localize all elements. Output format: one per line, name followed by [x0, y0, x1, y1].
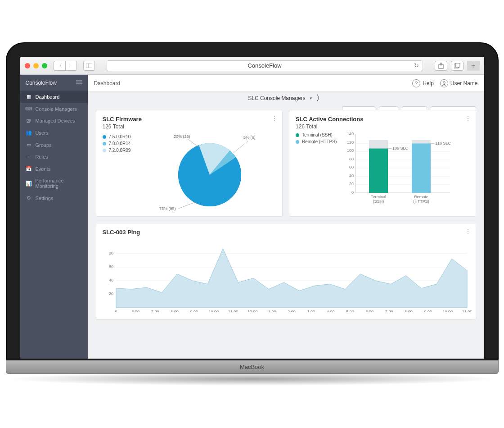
legend-label: 7.8.0.0R14 — [109, 141, 131, 146]
svg-text:6:00: 6:00 — [365, 310, 374, 312]
top-bar: Dashboard ? Help User Name — [88, 75, 484, 92]
sidebar-item-label: Events — [36, 166, 51, 172]
new-tab-button[interactable]: + — [467, 61, 480, 71]
panel-connections: ⋮ SLC Active Connections 126 Total Termi… — [289, 110, 476, 217]
svg-text:100: 100 — [347, 148, 354, 153]
address-bar[interactable]: ConsoleFlow ↻ — [107, 60, 423, 71]
device-label: MacBook — [240, 364, 264, 370]
tabs-icon[interactable] — [451, 61, 464, 71]
svg-text:(SSH): (SSH) — [373, 199, 384, 204]
legend-label: 7.2.0.0R09 — [109, 148, 131, 153]
panel-subtitle: 126 Total — [296, 123, 469, 130]
svg-text:40: 40 — [108, 278, 113, 282]
sidebar-item-rules[interactable]: ≡Rules — [20, 151, 88, 163]
svg-rect-5 — [455, 63, 460, 67]
svg-text:140: 140 — [347, 132, 354, 136]
svg-line-12 — [233, 141, 248, 153]
svg-rect-31 — [369, 149, 388, 193]
svg-text:80: 80 — [349, 157, 354, 161]
panel-ping: ⋮ SLC-003 Ping 20 40 60 80 — [96, 223, 476, 320]
sidebar-item-groups[interactable]: ▭Groups — [20, 139, 88, 151]
legend-item: Remote (HTTPS) — [296, 139, 337, 144]
svg-text:8:00: 8:00 — [171, 310, 179, 312]
sidebar-item-users[interactable]: 👥Users — [20, 127, 88, 139]
window-close-icon[interactable] — [25, 63, 30, 68]
slice-label-b: 20% (25) — [174, 134, 190, 139]
sidebar-toggle-button[interactable] — [83, 61, 95, 71]
svg-line-11 — [187, 139, 200, 148]
sidebar-item-managed-devices[interactable]: 🖳Managed Devices — [20, 115, 88, 127]
svg-text:3:00: 3:00 — [307, 310, 315, 312]
breadcrumb: Dashboard — [94, 80, 121, 87]
legend-swatch — [103, 135, 106, 139]
sidebar-item-settings[interactable]: ⚙Settings — [20, 192, 88, 204]
help-icon: ? — [412, 79, 420, 87]
bar-label-a: 106 SLC — [392, 146, 409, 150]
sidebar-item-label: Rules — [36, 154, 48, 159]
svg-text:80: 80 — [108, 251, 113, 255]
dropdown-caret-icon: ▼ — [309, 96, 313, 100]
user-menu[interactable]: User Name — [440, 79, 478, 87]
user-label: User Name — [450, 80, 478, 87]
sidebar-item-events[interactable]: 📅Events — [20, 163, 88, 175]
panel-menu-icon[interactable]: ⋮ — [465, 228, 471, 235]
svg-text:11:00: 11:00 — [462, 310, 471, 312]
sidebar-item-performance-monitoring[interactable]: 📊Performance Monitoring — [20, 175, 88, 192]
panel-menu-icon[interactable]: ⋮ — [271, 115, 278, 122]
help-label: Help — [423, 80, 434, 87]
svg-text:9:00: 9:00 — [424, 310, 432, 312]
sidebar-item-console-managers[interactable]: ⌨Console Managers — [20, 103, 88, 115]
window-zoom-icon[interactable] — [42, 63, 47, 68]
help-button[interactable]: ? Help — [412, 79, 434, 87]
menu-toggle-icon[interactable] — [76, 79, 82, 86]
user-icon — [440, 79, 448, 87]
bar-label-b: 118 SLC — [435, 141, 451, 146]
window-minimize-icon[interactable] — [33, 63, 39, 68]
legend-label: Remote (HTTPS) — [302, 139, 337, 144]
svg-text:4:00: 4:00 — [326, 310, 334, 312]
panel-title: SLC-003 Ping — [103, 229, 469, 236]
legend: Terminal (SSH)Remote (HTTPS) — [296, 132, 337, 206]
reload-icon[interactable]: ↻ — [414, 62, 419, 69]
svg-text:(HTTPS): (HTTPS) — [413, 199, 429, 204]
legend-label: 7.5.0.0R10 — [109, 134, 131, 139]
dashboard-icon: ▦ — [26, 94, 32, 100]
chevron-right-icon[interactable]: 〉 — [316, 94, 324, 103]
share-icon[interactable] — [435, 61, 447, 71]
svg-text:20: 20 — [108, 291, 113, 296]
brand-label: ConsoleFlow — [26, 80, 57, 86]
legend-label: Terminal (SSH) — [302, 132, 333, 137]
svg-rect-0 — [86, 64, 92, 68]
legend-item: 7.2.0.0R09 — [103, 148, 131, 153]
panel-menu-icon[interactable]: ⋮ — [465, 115, 471, 122]
svg-text:7:00: 7:00 — [385, 310, 393, 312]
sidebar-item-label: Managed Devices — [36, 118, 75, 123]
area-chart: 20 40 60 80 — [103, 236, 472, 312]
forward-button[interactable]: 〉 — [65, 61, 77, 71]
svg-text:20: 20 — [349, 182, 354, 186]
legend: 7.5.0.0R107.8.0.0R147.2.0.0R09 — [103, 134, 131, 211]
svg-text:Remote: Remote — [414, 195, 428, 199]
dashboard-selector[interactable]: SLC Console Managers ▼ 〉 — [248, 94, 323, 103]
legend-swatch — [296, 140, 299, 144]
svg-text:12:00: 12:00 — [248, 310, 258, 312]
svg-text:10:00: 10:00 — [442, 310, 453, 312]
svg-text:0: 0 — [351, 190, 354, 195]
rules-icon: ≡ — [26, 154, 32, 159]
sidebar-item-label: Dashboard — [36, 94, 60, 100]
performance-icon: 📊 — [26, 181, 32, 187]
sidebar-item-dashboard[interactable]: ▦Dashboard — [20, 91, 88, 103]
svg-line-13 — [178, 202, 196, 209]
browser-toolbar: 〈 〉 ConsoleFlow ↻ + — [20, 57, 484, 75]
back-button[interactable]: 〈 — [54, 61, 65, 71]
bar-chart: 0 20 40 60 80 100 120 140 — [342, 130, 459, 206]
dropdown-label: SLC Console Managers — [248, 95, 305, 101]
sidebar-item-label: Users — [36, 130, 49, 136]
devices-icon: 🖳 — [26, 118, 32, 123]
svg-text:40: 40 — [349, 173, 354, 178]
events-icon: 📅 — [26, 166, 32, 172]
page-title: ConsoleFlow — [248, 62, 281, 69]
groups-icon: ▭ — [26, 142, 32, 148]
svg-text:60: 60 — [108, 264, 113, 269]
sidebar-item-label: Console Managers — [36, 106, 77, 112]
